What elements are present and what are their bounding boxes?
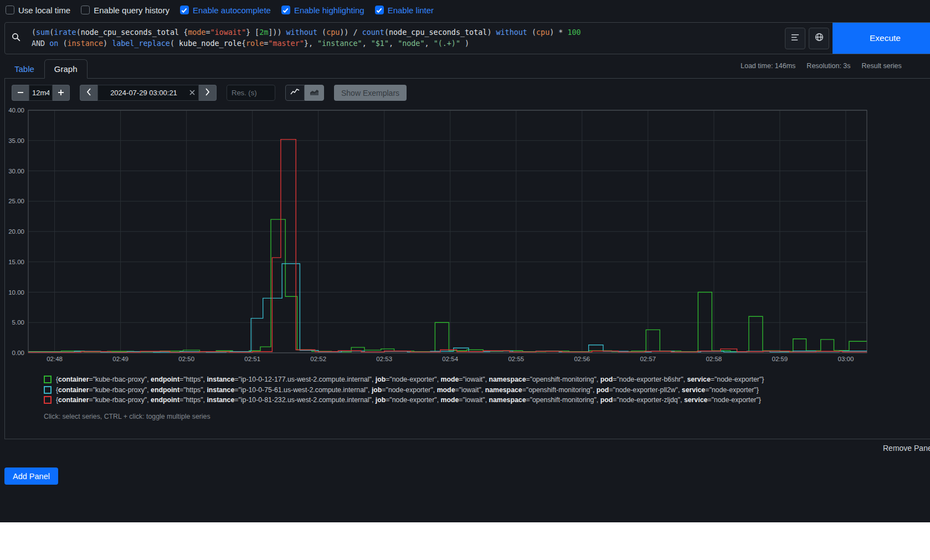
- checkbox-label: Use local time: [18, 6, 70, 15]
- load-time: Load time: 146ms: [741, 62, 795, 70]
- legend-swatch: [44, 396, 52, 404]
- x-tick-label: 02:56: [574, 356, 590, 362]
- clear-time-icon[interactable]: [189, 90, 195, 95]
- y-tick-label: 30.00: [8, 168, 24, 174]
- x-tick-label: 02:58: [706, 356, 722, 362]
- stacked-chart-icon: [310, 88, 319, 98]
- chart-legend: {container="kube-rbac-proxy", endpoint="…: [44, 376, 764, 407]
- legend-item[interactable]: {container="kube-rbac-proxy", endpoint="…: [44, 386, 764, 394]
- format-lines-icon: [791, 33, 799, 44]
- metrics-explorer-button[interactable]: [809, 28, 829, 49]
- query-expression-input[interactable]: (sum(irate(node_cpu_seconds_total {mode=…: [27, 23, 785, 54]
- execute-button[interactable]: Execute: [833, 23, 930, 54]
- y-tick-label: 25.00: [8, 198, 24, 204]
- chevron-left-icon: [86, 88, 91, 98]
- tabbar: Table Graph: [4, 59, 88, 79]
- tab-graph[interactable]: Graph: [44, 59, 88, 79]
- y-tick-label: 15.00: [8, 259, 24, 265]
- legend-labels: {container="kube-rbac-proxy", endpoint="…: [56, 396, 761, 404]
- globe-icon: [815, 33, 824, 44]
- query-actions: Execute: [785, 23, 930, 54]
- y-tick-label: 35.00: [8, 137, 24, 144]
- chart-type-group: [285, 85, 324, 101]
- checkbox-enable-linter[interactable]: Enable linter: [375, 6, 434, 15]
- checkbox-label: Enable linter: [388, 6, 434, 15]
- checkbox-label: Enable autocomplete: [193, 6, 271, 15]
- x-tick-label: 02:48: [47, 356, 63, 362]
- time-group: [80, 85, 217, 101]
- checkbox-label: Enable query history: [94, 6, 169, 15]
- x-tick-label: 02:59: [772, 356, 788, 362]
- legend-labels: {container="kube-rbac-proxy", endpoint="…: [56, 376, 764, 383]
- x-tick-label: 02:49: [112, 356, 129, 362]
- checkbox-box: [281, 6, 290, 14]
- legend-labels: {container="kube-rbac-proxy", endpoint="…: [56, 386, 759, 394]
- checkbox-label: Enable highlighting: [294, 6, 364, 15]
- tab-table[interactable]: Table: [4, 59, 44, 79]
- checkbox-use-local-time[interactable]: Use local time: [6, 6, 70, 15]
- series-line-0: [28, 219, 867, 352]
- duration-input[interactable]: [29, 85, 53, 101]
- x-tick-label: 03:00: [838, 356, 854, 362]
- x-tick-label: 02:55: [508, 356, 524, 362]
- decrease-range-button[interactable]: [12, 85, 29, 101]
- x-tick-label: 02:51: [244, 356, 260, 362]
- x-tick-label: 02:54: [442, 356, 458, 362]
- y-tick-label: 0.00: [12, 350, 24, 356]
- checkbox-enable-query-history[interactable]: Enable query history: [81, 6, 169, 15]
- search-icon-cell: [5, 23, 27, 54]
- minus-icon: [17, 88, 24, 98]
- query-stats: Load time: 146ms Resolution: 3s Result s…: [741, 62, 902, 70]
- line-chart-button[interactable]: [285, 85, 305, 101]
- y-tick-label: 10.00: [8, 289, 24, 296]
- checkbox-enable-highlighting[interactable]: Enable highlighting: [281, 6, 364, 15]
- legend-item[interactable]: {container="kube-rbac-proxy", endpoint="…: [44, 376, 764, 383]
- query-panel: (sum(irate(node_cpu_seconds_total {mode=…: [4, 22, 930, 54]
- line-chart-icon: [290, 88, 300, 98]
- x-tick-label: 02:57: [640, 356, 656, 362]
- graph-toolbar: Show Exemplars: [12, 85, 407, 101]
- increase-range-button[interactable]: [53, 85, 70, 101]
- show-exemplars-button[interactable]: Show Exemplars: [334, 85, 407, 101]
- chevron-right-icon: [205, 88, 210, 98]
- resolution: Resolution: 3s: [806, 62, 850, 70]
- range-group: [12, 85, 70, 101]
- tabbar-divider: [4, 78, 930, 79]
- checkbox-enable-autocomplete[interactable]: Enable autocomplete: [180, 6, 271, 15]
- series-line-1: [28, 264, 867, 352]
- prometheus-app: Use local timeEnable query historyEnable…: [0, 0, 930, 522]
- y-tick-label: 40.00: [8, 107, 24, 114]
- y-tick-label: 20.00: [8, 228, 24, 235]
- search-icon: [12, 33, 20, 44]
- options-bar: Use local timeEnable query historyEnable…: [6, 3, 434, 17]
- legend-swatch: [44, 386, 52, 394]
- resolution-input[interactable]: [227, 85, 275, 101]
- format-expression-button[interactable]: [785, 28, 805, 49]
- x-tick-label: 02:52: [310, 356, 326, 362]
- checkbox-box: [6, 6, 14, 14]
- y-tick-label: 5.00: [12, 319, 24, 326]
- plus-icon: [58, 88, 64, 98]
- checkbox-box: [180, 6, 189, 14]
- back-time-button[interactable]: [80, 85, 97, 101]
- checkbox-box: [375, 6, 384, 14]
- time-series-chart[interactable]: 0.005.0010.0015.0020.0025.0030.0035.0040…: [5, 103, 930, 368]
- add-panel-button[interactable]: Add Panel: [4, 467, 58, 485]
- x-tick-label: 02:50: [178, 356, 194, 362]
- datetime-input[interactable]: [97, 85, 199, 101]
- legend-swatch: [44, 376, 52, 383]
- legend-item[interactable]: {container="kube-rbac-proxy", endpoint="…: [44, 396, 764, 404]
- checkbox-box: [81, 6, 90, 14]
- remove-panel-button[interactable]: Remove Panel: [883, 444, 930, 453]
- legend-hint: Click: select series, CTRL + click: togg…: [44, 413, 210, 420]
- stacked-chart-button[interactable]: [305, 85, 324, 101]
- graph-panel: Show Exemplars 0.005.0010.0015.0020.0025…: [4, 79, 930, 439]
- result-series: Result series: [862, 62, 902, 70]
- x-tick-label: 02:53: [376, 356, 392, 362]
- series-line-2: [28, 140, 867, 352]
- forward-time-button[interactable]: [199, 85, 217, 101]
